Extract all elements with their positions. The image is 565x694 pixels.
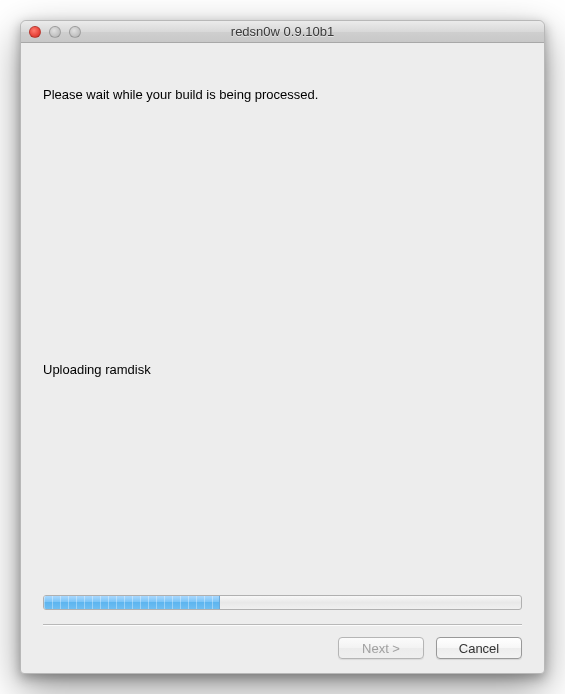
button-row: Next > Cancel [43,637,522,659]
titlebar[interactable]: redsn0w 0.9.10b1 [21,21,544,43]
cancel-button[interactable]: Cancel [436,637,522,659]
status-text: Uploading ramdisk [43,362,522,377]
progress-container [43,595,522,610]
progress-fill [44,596,220,609]
app-window: redsn0w 0.9.10b1 Please wait while your … [20,20,545,674]
minimize-icon[interactable] [49,26,61,38]
divider [43,624,522,625]
zoom-icon[interactable] [69,26,81,38]
window-controls [21,26,81,38]
progress-bar [43,595,522,610]
window-title: redsn0w 0.9.10b1 [21,24,544,39]
close-icon[interactable] [29,26,41,38]
next-button: Next > [338,637,424,659]
instruction-text: Please wait while your build is being pr… [43,87,522,102]
content-pane: Please wait while your build is being pr… [21,43,544,673]
